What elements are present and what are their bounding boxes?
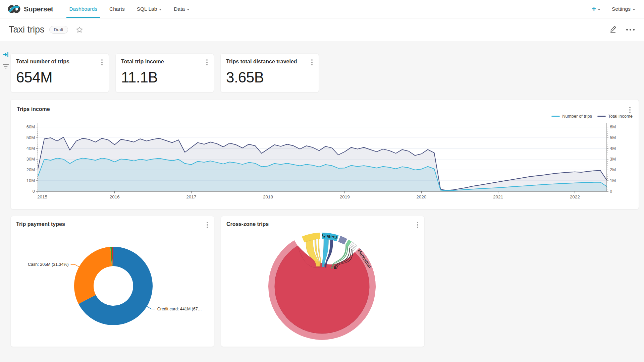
svg-text:60M: 60M bbox=[26, 124, 35, 129]
favorite-star-icon[interactable] bbox=[75, 26, 84, 34]
kpi-value: 11.1B bbox=[121, 69, 208, 86]
trips-income-card: Trips income Number of trips Total incom… bbox=[10, 99, 639, 209]
filter-icon[interactable] bbox=[2, 63, 9, 69]
svg-text:30M: 30M bbox=[26, 157, 35, 162]
kpi-value: 654M bbox=[16, 69, 103, 86]
nav-item-charts[interactable]: Charts bbox=[103, 0, 131, 18]
svg-text:10M: 10M bbox=[26, 178, 35, 183]
chart-kebab-menu[interactable] bbox=[206, 59, 208, 66]
top-navbar: Superset Dashboards Charts SQL Lab Data … bbox=[0, 0, 644, 18]
edit-dashboard-button[interactable] bbox=[609, 24, 618, 35]
plus-icon: + bbox=[592, 5, 596, 13]
svg-text:1M: 1M bbox=[610, 178, 616, 183]
svg-text:5M: 5M bbox=[610, 135, 616, 140]
cross-zone-chord-chart[interactable]: QueensManhattan bbox=[221, 216, 425, 347]
svg-text:2M: 2M bbox=[610, 167, 616, 172]
chevron-down-icon bbox=[187, 9, 190, 10]
svg-text:Cash: 205M (31.34%): Cash: 205M (31.34%) bbox=[28, 262, 69, 267]
trips-income-chart[interactable]: 0010M1M20M2M30M3M40M4M50M5M60M6M20152016… bbox=[11, 106, 639, 207]
svg-text:2021: 2021 bbox=[493, 194, 503, 199]
new-item-button[interactable]: + bbox=[592, 5, 600, 13]
card-title: Trip payment types bbox=[16, 221, 65, 227]
status-badge: Draft bbox=[49, 26, 68, 34]
dashboard-more-menu[interactable] bbox=[626, 29, 635, 31]
payment-types-donut-chart[interactable]: Credit card: 441M (67…Cash: 205M (31.34%… bbox=[11, 216, 215, 347]
card-title: Total trip income bbox=[121, 59, 164, 65]
svg-text:40M: 40M bbox=[26, 146, 35, 151]
card-title: Total number of trips bbox=[16, 59, 69, 65]
kpi-card-distance: Trips total distance traveled 3.65B bbox=[220, 53, 319, 93]
trip-payment-types-card: Credit card: 441M (67…Cash: 205M (31.34%… bbox=[10, 216, 214, 347]
svg-text:2020: 2020 bbox=[416, 194, 426, 199]
main-nav: Dashboards Charts SQL Lab Data bbox=[63, 0, 196, 18]
bottom-row: Credit card: 441M (67…Cash: 205M (31.34%… bbox=[10, 216, 639, 347]
svg-text:3M: 3M bbox=[610, 157, 616, 162]
svg-text:0: 0 bbox=[610, 189, 612, 194]
kpi-card-total-trips: Total number of trips 654M bbox=[10, 53, 109, 93]
chevron-down-icon bbox=[598, 9, 600, 10]
kpi-value: 3.65B bbox=[226, 69, 313, 86]
svg-text:50M: 50M bbox=[26, 135, 35, 140]
pencil-icon bbox=[609, 24, 618, 34]
card-title: Cross-zone trips bbox=[226, 221, 269, 227]
brand-name: Superset bbox=[24, 5, 53, 13]
nav-item-sql-lab[interactable]: SQL Lab bbox=[131, 0, 168, 18]
svg-text:20M: 20M bbox=[26, 167, 35, 172]
nav-item-dashboards[interactable]: Dashboards bbox=[63, 0, 103, 18]
dashboard-body: Total number of trips 654M Total trip in… bbox=[0, 41, 644, 362]
svg-text:2019: 2019 bbox=[340, 194, 350, 199]
svg-text:0: 0 bbox=[33, 189, 35, 194]
chart-kebab-menu[interactable] bbox=[416, 221, 419, 229]
svg-text:2022: 2022 bbox=[570, 194, 580, 199]
superset-brand[interactable]: Superset bbox=[7, 0, 53, 18]
nav-item-data[interactable]: Data bbox=[168, 0, 196, 18]
card-title: Trips total distance traveled bbox=[226, 59, 297, 65]
svg-text:2015: 2015 bbox=[37, 194, 47, 199]
kpi-card-trip-income: Total trip income 11.1B bbox=[115, 53, 214, 93]
svg-text:Credit card: 441M (67…: Credit card: 441M (67… bbox=[157, 307, 202, 311]
page-title: Taxi trips bbox=[9, 24, 45, 35]
dashboard-header: Taxi trips Draft bbox=[0, 18, 644, 41]
expand-filter-bar-icon[interactable] bbox=[2, 51, 9, 58]
svg-text:2016: 2016 bbox=[110, 194, 120, 199]
chart-kebab-menu[interactable] bbox=[206, 221, 209, 229]
chart-kebab-menu[interactable] bbox=[101, 59, 103, 66]
svg-text:4M: 4M bbox=[610, 146, 616, 151]
chevron-down-icon bbox=[633, 9, 635, 10]
chevron-down-icon bbox=[159, 9, 162, 10]
svg-text:2018: 2018 bbox=[263, 194, 273, 199]
svg-text:6M: 6M bbox=[610, 124, 616, 129]
kpi-row: Total number of trips 654M Total trip in… bbox=[10, 53, 639, 93]
cross-zone-trips-card: QueensManhattan Cross-zone trips bbox=[221, 216, 425, 347]
chart-kebab-menu[interactable] bbox=[311, 59, 313, 66]
superset-logo-icon bbox=[7, 4, 21, 14]
svg-text:2017: 2017 bbox=[186, 194, 196, 199]
filter-rail bbox=[2, 51, 10, 69]
settings-menu[interactable]: Settings bbox=[612, 6, 635, 12]
